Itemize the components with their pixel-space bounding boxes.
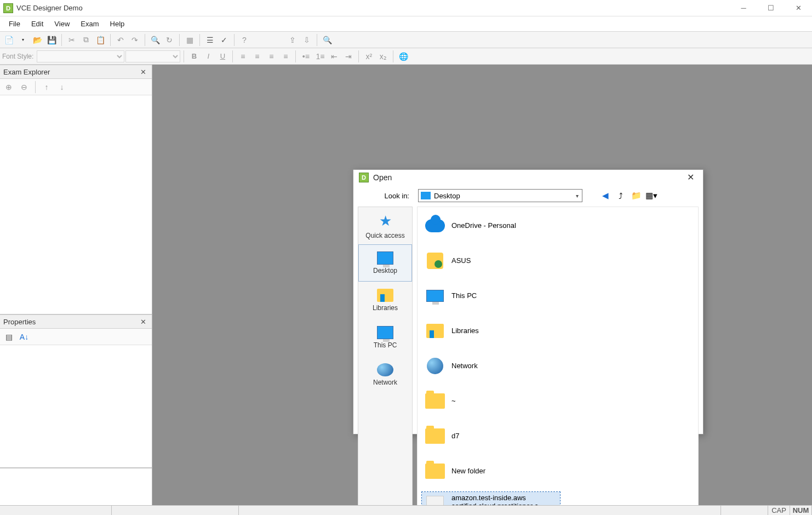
number-list-icon[interactable]: 1≡ xyxy=(313,50,327,63)
add-item-icon[interactable]: ⊕ xyxy=(2,81,15,94)
bullet-list-icon[interactable]: •≡ xyxy=(299,50,312,63)
alphabetical-icon[interactable]: A↓ xyxy=(18,330,31,344)
place-network[interactable]: Network xyxy=(358,356,412,393)
menu-edit[interactable]: Edit xyxy=(26,18,49,30)
status-num: NUM xyxy=(790,506,812,515)
new-folder-icon[interactable]: 📁 xyxy=(631,190,642,201)
maximize-button[interactable]: ☐ xyxy=(757,0,785,16)
place-desktop[interactable]: Desktop xyxy=(358,244,412,282)
window-title: VCE Designer Demo xyxy=(16,4,83,12)
place-libraries[interactable]: Libraries xyxy=(358,282,412,319)
import-icon[interactable]: ⇩ xyxy=(300,33,313,47)
image-icon[interactable]: ▦ xyxy=(183,33,196,47)
outdent-icon[interactable]: ⇤ xyxy=(328,50,341,63)
monitor-icon xyxy=(426,290,444,302)
menu-exam[interactable]: Exam xyxy=(75,18,104,30)
align-right-icon[interactable]: ≡ xyxy=(265,50,278,63)
properties-title: Properties xyxy=(3,318,138,326)
move-up-icon[interactable]: ↑ xyxy=(40,81,53,94)
file-item-new-folder[interactable]: New folder xyxy=(422,457,560,485)
exam-explorer-header: Exam Explorer ✕ xyxy=(0,65,152,79)
help-icon[interactable]: ? xyxy=(238,33,251,47)
status-cap: CAP xyxy=(768,506,790,515)
chevron-down-icon: ▾ xyxy=(576,193,579,199)
dialog-close-icon[interactable]: ✕ xyxy=(684,170,697,185)
folder-icon xyxy=(425,464,445,479)
menu-help[interactable]: Help xyxy=(105,18,130,30)
font-style-label: Font Style: xyxy=(2,53,36,60)
underline-icon[interactable]: U xyxy=(216,50,229,63)
exam-explorer-close-icon[interactable]: ✕ xyxy=(138,68,148,76)
bold-icon[interactable]: B xyxy=(187,50,201,63)
globe-icon[interactable]: 🌐 xyxy=(397,50,410,63)
view-menu-icon[interactable]: ▦▾ xyxy=(646,190,657,201)
libraries-icon xyxy=(426,324,444,338)
file-list[interactable]: OneDrive - Personal ASUS This PC Librari… xyxy=(417,207,699,515)
close-button[interactable]: ✕ xyxy=(785,0,812,16)
zoom-icon[interactable]: 🔍 xyxy=(148,33,162,47)
monitor-icon xyxy=(377,251,393,265)
superscript-icon[interactable]: x² xyxy=(362,50,375,63)
file-item-onedrive[interactable]: OneDrive - Personal xyxy=(422,211,560,240)
bottom-pane xyxy=(0,468,152,505)
subscript-icon[interactable]: x₂ xyxy=(376,50,390,63)
toolbar-main: 📄 ▾ 📂 💾 ✂ ⧉ 📋 ↶ ↷ 🔍 ↻ ▦ ☰ ✓ ? ⇪ ⇩ 🔍 xyxy=(0,32,812,48)
place-this-pc[interactable]: This PC xyxy=(358,319,412,356)
undo-icon[interactable]: ↶ xyxy=(114,33,127,47)
exam-explorer-body xyxy=(0,95,152,314)
italic-icon[interactable]: I xyxy=(202,50,215,63)
dropdown-arrow-icon[interactable]: ▾ xyxy=(16,33,30,47)
exam-explorer-title: Exam Explorer xyxy=(3,68,138,76)
desktop-icon xyxy=(421,192,431,199)
indent-icon[interactable]: ⇥ xyxy=(342,50,355,63)
place-quick-access[interactable]: ★ Quick access xyxy=(358,207,412,244)
align-left-icon[interactable]: ≡ xyxy=(236,50,249,63)
file-item-this-pc[interactable]: This PC xyxy=(422,282,560,310)
lookin-select[interactable]: Desktop ▾ xyxy=(418,189,582,202)
minimize-button[interactable]: ─ xyxy=(730,0,757,16)
file-item-asus[interactable]: ASUS xyxy=(422,247,560,275)
lookin-value: Desktop xyxy=(434,192,460,200)
dialog-title: Open xyxy=(373,173,684,182)
toolbar-formatting: Font Style: B I U ≡ ≡ ≡ ≡ •≡ 1≡ ⇤ ⇥ x² x… xyxy=(0,48,812,65)
list-icon[interactable]: ☰ xyxy=(203,33,216,47)
status-bar: CAP NUM xyxy=(0,505,812,515)
properties-close-icon[interactable]: ✕ xyxy=(138,318,148,326)
categorized-icon[interactable]: ▤ xyxy=(2,330,15,344)
title-bar: D VCE Designer Demo ─ ☐ ✕ xyxy=(0,0,812,16)
menu-bar: File Edit View Exam Help xyxy=(0,16,812,32)
font-size-select[interactable] xyxy=(125,50,180,62)
file-item-network[interactable]: Network xyxy=(422,352,560,380)
places-bar: ★ Quick access Desktop Libraries This PC xyxy=(358,207,413,515)
align-center-icon[interactable]: ≡ xyxy=(250,50,264,63)
refresh-icon[interactable]: ↻ xyxy=(163,33,176,47)
copy-icon[interactable]: ⧉ xyxy=(79,33,93,47)
back-icon[interactable]: ◀ xyxy=(600,190,611,201)
check-icon[interactable]: ✓ xyxy=(218,33,231,47)
file-item-libraries[interactable]: Libraries xyxy=(422,317,560,345)
status-cell-2 xyxy=(112,506,239,515)
align-justify-icon[interactable]: ≡ xyxy=(279,50,292,63)
paste-icon[interactable]: 📋 xyxy=(94,33,107,47)
cut-icon[interactable]: ✂ xyxy=(65,33,78,47)
star-icon: ★ xyxy=(379,213,392,230)
file-item-d7[interactable]: d7 xyxy=(422,422,560,450)
libraries-icon xyxy=(377,289,393,302)
file-item-tilde[interactable]: ~ xyxy=(422,387,560,415)
open-dialog: D Open ✕ Look in: Desktop ▾ ◀ ⤴ 📁 ▦▾ xyxy=(353,169,704,434)
remove-item-icon[interactable]: ⊖ xyxy=(18,81,31,94)
move-down-icon[interactable]: ↓ xyxy=(55,81,68,94)
export-icon[interactable]: ⇪ xyxy=(286,33,299,47)
up-one-level-icon[interactable]: ⤴ xyxy=(615,190,626,201)
globe-icon xyxy=(377,363,393,376)
menu-view[interactable]: View xyxy=(49,18,75,30)
properties-body xyxy=(0,345,152,468)
save-icon[interactable]: 💾 xyxy=(45,33,58,47)
search-icon[interactable]: 🔍 xyxy=(321,33,334,47)
font-style-select[interactable] xyxy=(37,50,124,62)
redo-icon[interactable]: ↷ xyxy=(128,33,141,47)
open-folder-icon[interactable]: 📂 xyxy=(31,33,44,47)
menu-file[interactable]: File xyxy=(3,18,26,30)
new-file-icon[interactable]: 📄 xyxy=(2,33,15,47)
status-cell-4 xyxy=(721,506,768,515)
